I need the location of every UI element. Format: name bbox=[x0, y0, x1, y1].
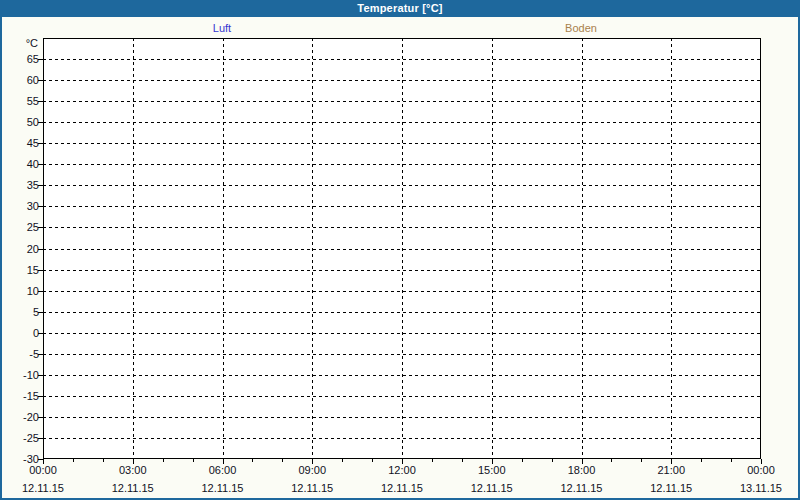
y-tick-label: -25 bbox=[2, 432, 39, 444]
y-tick-label: 20 bbox=[2, 243, 39, 255]
y-tick-label: 35 bbox=[2, 179, 39, 191]
window-titlebar: Temperatur [°C] bbox=[0, 0, 800, 17]
x-tick-minor bbox=[731, 459, 732, 462]
y-tick-label: 25 bbox=[2, 221, 39, 233]
x-tick-major bbox=[402, 459, 403, 464]
x-tick-minor bbox=[163, 459, 164, 462]
x-tick-minor bbox=[641, 459, 642, 462]
y-tick-label: 0 bbox=[2, 327, 39, 339]
y-tick-label: 45 bbox=[2, 137, 39, 149]
y-tick-label: 50 bbox=[2, 116, 39, 128]
x-tick-time-label: 09:00 bbox=[280, 464, 344, 476]
window-title: Temperatur [°C] bbox=[0, 0, 800, 17]
x-tick-date-label: 12.11.15 bbox=[545, 482, 619, 494]
x-tick-time-label: 00:00 bbox=[11, 464, 75, 476]
x-tick-time-label: 06:00 bbox=[191, 464, 255, 476]
x-tick-minor bbox=[193, 459, 194, 462]
legend-item-boden: Boden bbox=[565, 22, 597, 35]
x-tick-major bbox=[492, 459, 493, 464]
x-tick-major bbox=[761, 459, 762, 464]
x-tick-date-label: 12.11.15 bbox=[455, 482, 529, 494]
x-tick-time-label: 15:00 bbox=[460, 464, 524, 476]
x-tick-date-label: 13.11.15 bbox=[724, 482, 798, 494]
x-tick-time-label: 18:00 bbox=[550, 464, 614, 476]
x-tick-minor bbox=[342, 459, 343, 462]
y-tick-label: 60 bbox=[2, 74, 39, 86]
x-tick-major bbox=[43, 459, 44, 464]
x-tick-minor bbox=[432, 459, 433, 462]
x-tick-date-label: 12.11.15 bbox=[634, 482, 708, 494]
y-tick-label: -20 bbox=[2, 411, 39, 423]
x-tick-major bbox=[312, 459, 313, 464]
x-tick-minor bbox=[252, 459, 253, 462]
y-tick-label: 30 bbox=[2, 200, 39, 212]
x-tick-time-label: 12:00 bbox=[370, 464, 434, 476]
x-tick-minor bbox=[372, 459, 373, 462]
x-tick-date-label: 12.11.15 bbox=[365, 482, 439, 494]
y-tick-label: 55 bbox=[2, 95, 39, 107]
y-axis-unit-label: °C bbox=[2, 37, 38, 49]
x-tick-date-label: 12.11.15 bbox=[96, 482, 170, 494]
x-tick-date-label: 12.11.15 bbox=[186, 482, 260, 494]
legend-item-luft: Luft bbox=[213, 22, 231, 35]
y-tick-label: 65 bbox=[2, 53, 39, 65]
x-tick-minor bbox=[103, 459, 104, 462]
x-tick-minor bbox=[552, 459, 553, 462]
y-tick bbox=[38, 459, 43, 460]
x-tick-time-label: 21:00 bbox=[639, 464, 703, 476]
y-tick-label: -10 bbox=[2, 369, 39, 381]
x-tick-minor bbox=[462, 459, 463, 462]
x-tick-minor bbox=[611, 459, 612, 462]
x-tick-major bbox=[133, 459, 134, 464]
plot-area bbox=[43, 38, 761, 459]
chart-window: Temperatur [°C] Luft Boden °C 6560555045… bbox=[0, 0, 800, 500]
x-tick-date-label: 12.11.15 bbox=[275, 482, 349, 494]
x-tick-major bbox=[582, 459, 583, 464]
x-tick-time-label: 03:00 bbox=[101, 464, 165, 476]
x-tick-major bbox=[671, 459, 672, 464]
x-tick-date-label: 12.11.15 bbox=[6, 482, 80, 494]
x-tick-major bbox=[223, 459, 224, 464]
y-tick-label: 5 bbox=[2, 306, 39, 318]
x-tick-minor bbox=[73, 459, 74, 462]
y-tick-label: -15 bbox=[2, 390, 39, 402]
y-tick-label: -30 bbox=[2, 453, 39, 465]
y-tick-label: 10 bbox=[2, 285, 39, 297]
y-tick-label: -5 bbox=[2, 348, 39, 360]
x-tick-minor bbox=[522, 459, 523, 462]
x-tick-time-label: 00:00 bbox=[729, 464, 793, 476]
y-tick-label: 15 bbox=[2, 264, 39, 276]
y-tick-label: 40 bbox=[2, 158, 39, 170]
x-tick-minor bbox=[282, 459, 283, 462]
x-tick-minor bbox=[701, 459, 702, 462]
